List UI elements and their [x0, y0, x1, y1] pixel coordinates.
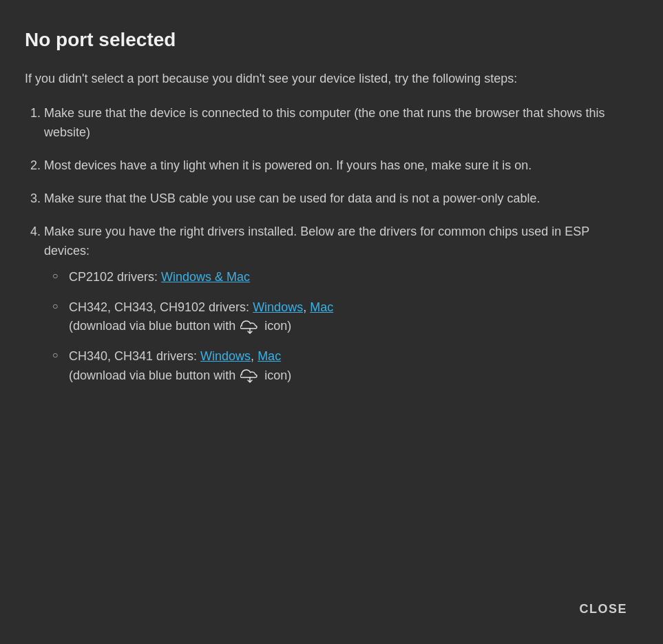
dialog: No port selected If you didn't select a …: [0, 0, 663, 644]
cloud-download-icon-2: [240, 368, 260, 384]
step-4-text: Make sure you have the right drivers ins…: [44, 225, 589, 258]
close-button[interactable]: CLOSE: [571, 596, 635, 622]
cloud-download-icon: [240, 320, 260, 335]
step-4: Make sure you have the right drivers ins…: [44, 222, 635, 386]
driver-ch340: CH340, CH341 drivers: Windows, Mac (down…: [52, 347, 635, 386]
dialog-title: No port selected: [25, 25, 635, 54]
cp2102-windows-mac-link[interactable]: Windows & Mac: [161, 270, 250, 284]
drivers-list: CP2102 drivers: Windows & Mac CH342, CH3…: [44, 268, 635, 386]
driver-cp2102: CP2102 drivers: Windows & Mac: [52, 268, 635, 287]
driver-ch342: CH342, CH343, CH9102 drivers: Windows, M…: [52, 298, 635, 337]
ch340-windows-link[interactable]: Windows: [200, 349, 251, 363]
step-2: Most devices have a tiny light when it i…: [44, 156, 635, 176]
step-1: Make sure that the device is connected t…: [44, 104, 635, 143]
ch340-mac-link[interactable]: Mac: [257, 349, 281, 363]
ch342-windows-link[interactable]: Windows: [253, 300, 303, 314]
step-3: Make sure that the USB cable you use can…: [44, 189, 635, 209]
intro-text: If you didn't select a port because you …: [25, 70, 635, 89]
steps-list: Make sure that the device is connected t…: [25, 104, 635, 399]
ch342-mac-link[interactable]: Mac: [310, 300, 333, 314]
